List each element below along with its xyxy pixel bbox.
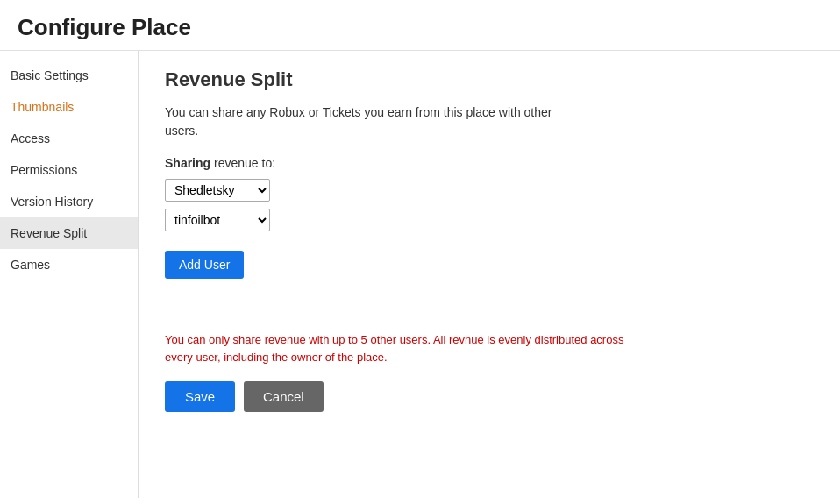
sidebar-item-basic-settings[interactable]: Basic Settings [0, 60, 138, 91]
user-select-2[interactable]: tinfoilbot [165, 209, 270, 231]
notice-text: You can only share revenue with up to 5 … [165, 331, 638, 366]
sidebar-item-revenue-split[interactable]: Revenue Split [0, 217, 138, 249]
section-title: Revenue Split [165, 68, 814, 91]
add-user-button[interactable]: Add User [165, 251, 244, 279]
sidebar: Basic Settings Thumbnails Access Permiss… [0, 51, 139, 498]
user-select-row-1: Shedletsky [165, 179, 814, 202]
description: You can share any Robux or Tickets you e… [165, 103, 621, 140]
sidebar-item-access[interactable]: Access [0, 123, 138, 154]
sidebar-item-version-history[interactable]: Version History [0, 186, 138, 217]
sharing-label: Sharing revenue to: [165, 156, 814, 170]
sidebar-item-games[interactable]: Games [0, 249, 138, 280]
cancel-button[interactable]: Cancel [244, 381, 324, 412]
save-button[interactable]: Save [165, 381, 235, 412]
sidebar-item-permissions[interactable]: Permissions [0, 154, 138, 186]
main-panel: Revenue Split You can share any Robux or… [139, 51, 840, 498]
action-buttons: Save Cancel [165, 381, 814, 412]
page-title: Configure Place [18, 14, 822, 41]
sidebar-item-thumbnails[interactable]: Thumbnails [0, 91, 138, 123]
user-select-row-2: tinfoilbot [165, 209, 814, 231]
user-select-1[interactable]: Shedletsky [165, 179, 270, 202]
